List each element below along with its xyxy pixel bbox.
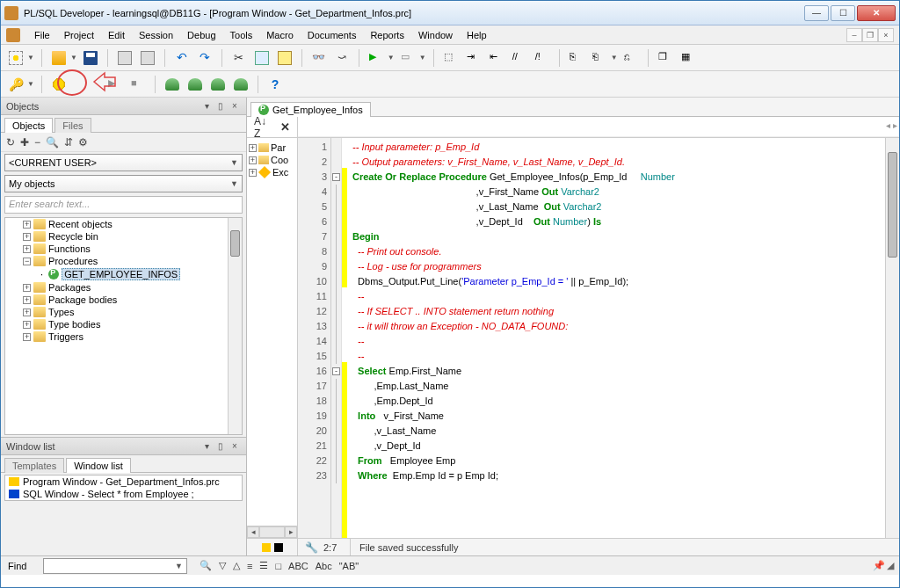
code-line[interactable]: ,Emp.Dept_Id: [352, 394, 880, 409]
tool-a-button[interactable]: ⎘: [567, 48, 586, 68]
code-line[interactable]: Create Or Replace Procedure Get_Employee…: [352, 170, 880, 185]
tree-node[interactable]: +Types: [18, 306, 242, 318]
window-list-item[interactable]: SQL Window - Select * from Employee ;: [5, 488, 242, 500]
menu-tools[interactable]: Tools: [223, 28, 260, 42]
tab-files[interactable]: Files: [54, 118, 91, 133]
line-number[interactable]: 17: [298, 379, 327, 394]
line-number[interactable]: 2: [298, 155, 327, 170]
tree-node[interactable]: +Triggers: [18, 330, 242, 343]
find-button[interactable]: 👓: [309, 48, 329, 68]
line-number[interactable]: 8: [298, 244, 327, 259]
wl-pin-icon[interactable]: ▯: [214, 440, 227, 453]
line-number[interactable]: 1: [298, 140, 327, 155]
copy-button[interactable]: [252, 48, 272, 68]
clear-icon[interactable]: ✕: [280, 120, 290, 134]
tree-twisty-icon[interactable]: +: [23, 333, 31, 341]
redo-button[interactable]: ↷: [195, 48, 214, 68]
code-line[interactable]: --: [352, 289, 880, 304]
save-button[interactable]: [81, 48, 100, 68]
line-number[interactable]: 21: [298, 439, 327, 454]
fold-toggle-icon[interactable]: -: [332, 173, 340, 181]
find-tool-icon[interactable]: □: [275, 561, 281, 571]
tree-twisty-icon[interactable]: +: [23, 233, 31, 241]
menu-edit[interactable]: Edit: [101, 28, 132, 42]
tree-node[interactable]: −Procedures: [18, 255, 242, 267]
tab-objects[interactable]: Objects: [4, 118, 53, 133]
filter-dropdown[interactable]: My objects▼: [4, 175, 243, 192]
code-line[interactable]: ,v_Dept_Id: [352, 439, 880, 454]
cut-button[interactable]: ✂: [229, 48, 249, 68]
code-line[interactable]: --: [352, 349, 880, 364]
document-tab[interactable]: Get_Employee_Infos: [250, 102, 371, 117]
line-number[interactable]: 18: [298, 394, 327, 409]
code-line[interactable]: Select Emp.First_Name: [352, 364, 880, 379]
tool-b-button[interactable]: ⎗: [590, 48, 609, 68]
explain-dropdown[interactable]: ▼: [419, 54, 426, 62]
code-line[interactable]: ,v_Last_Name Out Varchar2: [352, 200, 880, 214]
uncomment-button[interactable]: /!: [533, 48, 552, 68]
line-number[interactable]: 9: [298, 259, 327, 274]
tree-node[interactable]: +Packages: [18, 281, 242, 294]
pin-icon[interactable]: 📌: [873, 560, 885, 571]
stop-button[interactable]: ■: [128, 75, 148, 94]
tree-twisty-icon[interactable]: +: [23, 309, 31, 316]
find-tool-icon[interactable]: △: [233, 560, 240, 571]
menu-documents[interactable]: Documents: [301, 28, 364, 42]
tree-twisty-icon[interactable]: +: [23, 296, 31, 304]
user-dropdown[interactable]: <CURRENT USER>▼: [4, 154, 243, 171]
nav-handles[interactable]: ◂ ▸: [886, 120, 897, 130]
tree-twisty-icon[interactable]: −: [23, 258, 31, 265]
objects-tool-icon[interactable]: 🔍: [46, 136, 59, 149]
objects-tool-icon[interactable]: −: [34, 136, 40, 149]
tree-node[interactable]: ·GET_EMPLOYEE_INFOS: [30, 267, 242, 281]
menu-debug[interactable]: Debug: [180, 28, 222, 42]
line-number[interactable]: 7: [298, 229, 327, 244]
explain-button[interactable]: ▭: [398, 48, 417, 68]
mdi-minimize-button[interactable]: –: [846, 28, 862, 42]
paste-button[interactable]: [275, 48, 294, 68]
code-line[interactable]: ,v_First_Name Out Varchar2: [352, 185, 880, 200]
objects-tool-icon[interactable]: ↻: [6, 136, 15, 149]
line-number[interactable]: 23: [298, 468, 327, 483]
help-button[interactable]: ?: [265, 75, 285, 94]
find-tool-icon[interactable]: 🔍: [200, 560, 212, 571]
minimize-button[interactable]: —: [804, 5, 829, 21]
new-button[interactable]: [6, 48, 25, 68]
format-button[interactable]: ⬚: [441, 48, 461, 68]
find-next-button[interactable]: ⤻: [332, 48, 352, 68]
menu-project[interactable]: Project: [57, 28, 101, 42]
code-editor[interactable]: -- Input parameter: p_Emp_Id-- Output pa…: [347, 138, 885, 538]
menu-help[interactable]: Help: [460, 28, 494, 42]
run-button[interactable]: ▶: [105, 75, 125, 94]
print-setup-button[interactable]: [138, 48, 157, 68]
line-number[interactable]: 6: [298, 214, 327, 229]
menu-session[interactable]: Session: [132, 28, 180, 42]
wl-menu-icon[interactable]: ▾: [200, 440, 213, 453]
code-line[interactable]: ,Emp.Last_Name: [352, 379, 880, 394]
editor-nav-bar[interactable]: ◂ ▸: [298, 117, 899, 137]
new-dropdown[interactable]: ▼: [27, 54, 34, 62]
line-number[interactable]: 20: [298, 424, 327, 439]
close-button[interactable]: ✕: [857, 5, 896, 21]
tree-node[interactable]: +Type bodies: [18, 318, 242, 330]
code-line[interactable]: Dbms_Output.Put_Line('Parameter p_Emp_Id…: [352, 274, 880, 289]
find-tool-icon[interactable]: ▽: [219, 560, 226, 571]
open-button[interactable]: [49, 48, 69, 68]
tile-button[interactable]: ▦: [679, 48, 698, 68]
tab-templates[interactable]: Templates: [4, 458, 64, 473]
wl-close-icon[interactable]: ×: [229, 440, 241, 453]
find-history-dropdown[interactable]: ▼: [171, 562, 186, 570]
objects-tool-icon[interactable]: ✚: [20, 136, 29, 149]
tree-twisty-icon[interactable]: +: [23, 284, 31, 292]
mdi-close-button[interactable]: ×: [878, 28, 894, 42]
line-number[interactable]: 15: [298, 349, 327, 364]
cascade-button[interactable]: ❐: [656, 48, 675, 68]
twisty-icon[interactable]: +: [249, 156, 257, 164]
code-line[interactable]: -- If SELECT .. INTO statement return no…: [352, 304, 880, 319]
find-input[interactable]: ▼: [43, 558, 187, 574]
find-tool-icon[interactable]: ☰: [259, 560, 268, 571]
editor-vscrollbar[interactable]: [885, 138, 899, 538]
step-over-button[interactable]: [185, 75, 205, 94]
comment-button[interactable]: //: [510, 48, 529, 68]
twisty-icon[interactable]: +: [249, 169, 257, 177]
